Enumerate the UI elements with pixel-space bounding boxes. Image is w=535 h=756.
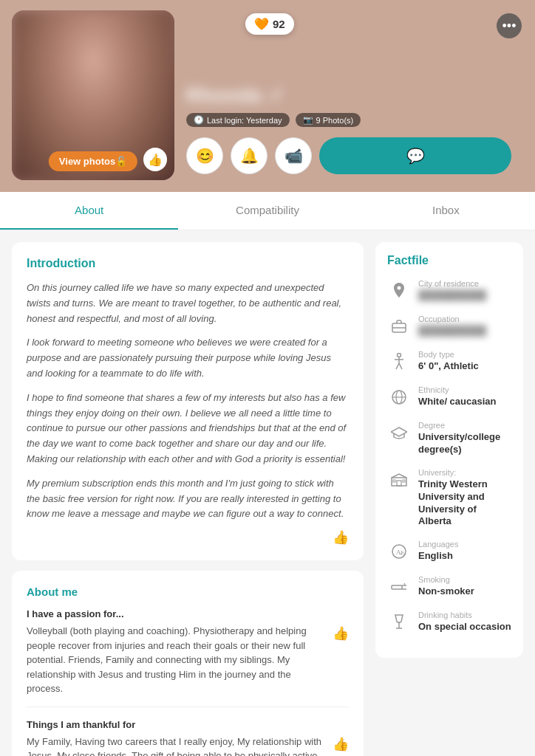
thankful-thumbsup[interactable]: 👍	[333, 736, 349, 752]
bell-button[interactable]: 🔔	[231, 137, 268, 174]
degree-content: Degree University/college degree(s)	[418, 421, 511, 456]
languages-value: English	[418, 550, 458, 563]
tab-inbox[interactable]: Inbox	[357, 192, 535, 230]
svg-point-2	[398, 354, 401, 357]
graduation-icon	[387, 421, 411, 444]
photos-badge: 📷 9 Photo(s)	[296, 113, 361, 127]
language-icon: A あ	[387, 540, 411, 563]
svg-rect-14	[403, 480, 405, 482]
intro-para-2: I look forward to meeting someone who be…	[27, 335, 349, 381]
city-value: ██████████	[418, 289, 486, 302]
about-item-thankful: Things I am thankful for My Family, Havi…	[27, 719, 349, 756]
right-column: Factfile City of residence ██████████	[375, 242, 523, 658]
figure-icon	[387, 350, 411, 374]
message-button[interactable]: 💬	[319, 137, 511, 174]
main-content: Introduction On this journey called life…	[0, 230, 535, 756]
factfile-city: City of residence ██████████	[387, 279, 511, 303]
action-buttons: 😊 🔔 📹 💬	[186, 137, 511, 174]
degree-label: Degree	[418, 421, 511, 430]
last-login-badge: 🕐 Last login: Yesterday	[186, 113, 290, 127]
city-label: City of residence	[418, 279, 486, 288]
thumbsup-icon: 👍	[148, 153, 163, 167]
factfile-smoking: Smoking Non-smoker	[387, 575, 511, 599]
intro-thumbsup[interactable]: 👍	[27, 529, 349, 546]
camera-icon: 📷	[303, 115, 313, 125]
intro-para-1: On this journey called life we have so m…	[27, 281, 349, 326]
like-photo-button[interactable]: 👍	[143, 148, 167, 171]
occupation-content: Occupation ██████████	[418, 315, 486, 337]
smoking-content: Smoking Non-smoker	[418, 575, 474, 598]
university-content: University: Trinity Western University a…	[418, 468, 511, 529]
city-content: City of residence ██████████	[418, 279, 486, 302]
drinking-label: Drinking habits	[418, 611, 511, 619]
tab-compatibility[interactable]: Compatibility	[178, 192, 356, 230]
likes-badge: 🧡 92	[245, 13, 294, 35]
factfile-ethnicity: Ethnicity White/ caucasian	[387, 385, 511, 409]
factfile-occupation: Occupation ██████████	[387, 315, 511, 338]
bodytype-label: Body type	[418, 350, 479, 359]
university-icon	[387, 468, 411, 492]
factfile-title: Factfile	[387, 254, 511, 267]
factfile-university: University: Trinity Western University a…	[387, 468, 511, 529]
languages-label: Languages	[418, 540, 458, 549]
drinking-content: Drinking habits On special occasion	[418, 611, 511, 633]
profile-header: 🧡 92 ••• View photos🔓 👍 Rhonda ✓ 🕐 Last …	[0, 0, 535, 192]
bodytype-content: Body type 6' 0", Athletic	[418, 350, 479, 373]
profile-photo-container: View photos🔓 👍	[12, 10, 174, 180]
thankful-content: My Family, Having two careers that I rea…	[27, 735, 325, 756]
occupation-label: Occupation	[418, 315, 486, 323]
tab-about[interactable]: About	[0, 192, 178, 230]
likes-count: 92	[273, 18, 285, 30]
tabs-bar: About Compatibility Inbox	[0, 192, 535, 230]
svg-rect-13	[393, 480, 395, 482]
introduction-text: On this journey called life we have so m…	[27, 281, 349, 522]
factfile-languages: A あ Languages English	[387, 540, 511, 563]
factfile-drinking: Drinking habits On special occasion	[387, 611, 511, 634]
message-icon: 💬	[406, 147, 425, 165]
more-options-button[interactable]: •••	[497, 13, 522, 38]
smoking-icon	[387, 575, 411, 599]
passion-thumbsup[interactable]: 👍	[333, 625, 349, 642]
factfile-card: Factfile City of residence ██████████	[375, 242, 523, 658]
languages-content: Languages English	[418, 540, 458, 563]
ethnicity-label: Ethnicity	[418, 385, 496, 394]
smoking-label: Smoking	[418, 575, 474, 584]
passion-label: I have a passion for...	[27, 608, 349, 619]
degree-value: University/college degree(s)	[418, 431, 511, 456]
video-icon: 📹	[284, 147, 303, 165]
about-me-card: About me I have a passion for... Volleyb…	[12, 571, 364, 756]
video-button[interactable]: 📹	[275, 137, 312, 174]
smoking-value: Non-smoker	[418, 585, 474, 598]
occupation-value: ██████████	[418, 325, 486, 337]
introduction-title: Introduction	[27, 257, 349, 270]
heart-icon: 🧡	[254, 17, 269, 31]
briefcase-icon	[387, 315, 411, 338]
factfile-bodytype: Body type 6' 0", Athletic	[387, 350, 511, 374]
left-column: Introduction On this journey called life…	[12, 242, 364, 756]
last-login-text: Last login: Yesterday	[207, 116, 282, 125]
svg-rect-12	[397, 481, 401, 486]
photos-count-text: 9 Photo(s)	[316, 116, 354, 125]
globe-icon	[387, 385, 411, 409]
intro-para-4: My premium subscription ends this month …	[27, 476, 349, 522]
clock-icon: 🕐	[194, 115, 204, 125]
bell-icon: 🔔	[240, 147, 259, 165]
thankful-label: Things I am thankful for	[27, 719, 349, 730]
svg-line-21	[404, 583, 405, 585]
drinking-value: On special occasion	[418, 621, 511, 633]
bodytype-value: 6' 0", Athletic	[418, 360, 479, 373]
svg-rect-18	[392, 585, 402, 589]
svg-line-5	[396, 363, 399, 369]
view-photos-button[interactable]: View photos🔓	[49, 151, 137, 171]
introduction-card: Introduction On this journey called life…	[12, 242, 364, 560]
passion-content: Volleyball (both playing and coaching). …	[27, 624, 325, 696]
ellipsis-icon: •••	[502, 18, 517, 34]
emoji-button[interactable]: 😊	[186, 137, 223, 174]
location-icon	[387, 279, 411, 303]
wine-icon	[387, 611, 411, 634]
about-me-title: About me	[27, 585, 349, 598]
profile-meta: 🕐 Last login: Yesterday 📷 9 Photo(s)	[186, 113, 511, 127]
svg-line-6	[399, 363, 402, 369]
intro-para-3: I hope to find someone that shares a few…	[27, 391, 349, 467]
emoji-icon: 😊	[196, 147, 214, 165]
